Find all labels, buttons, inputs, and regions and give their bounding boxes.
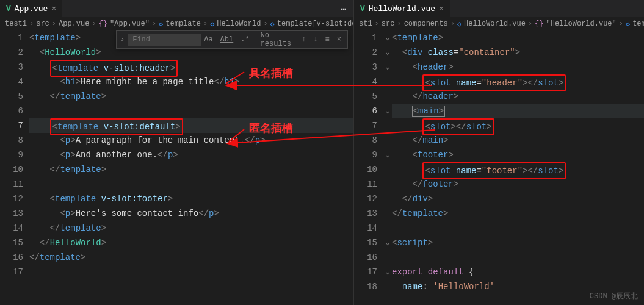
code-line[interactable]: <header> [392, 60, 644, 74]
find-input[interactable] [128, 34, 201, 46]
match-word-icon[interactable]: Abl [218, 34, 236, 45]
code-line[interactable]: <p>And another one.</p> [29, 148, 353, 162]
code-line[interactable]: <div class="container"> [392, 45, 644, 60]
fold-icon[interactable]: ⌄ [383, 45, 392, 60]
code-line[interactable] [392, 221, 644, 235]
fold-icon[interactable]: ⌄ [383, 104, 392, 118]
tab-label: HelloWorld.vue [369, 4, 435, 13]
code-line[interactable]: <template> [392, 30, 644, 45]
fold-icon[interactable] [383, 192, 392, 206]
fold-icon[interactable]: ⌄ [383, 30, 392, 45]
breadcrumb-item[interactable]: HelloWorld [217, 20, 261, 28]
fold-icon[interactable] [383, 279, 392, 294]
fold-icon[interactable]: ⌄ [383, 235, 392, 250]
find-result-text: No results [261, 31, 300, 48]
prev-match-icon[interactable]: ↑ [299, 34, 308, 45]
code-line[interactable]: <footer> [392, 148, 644, 162]
code-line[interactable]: <p>Here's some contact info</p> [29, 206, 353, 221]
tab-bar-left: V App.vue × ⋯ [0, 0, 353, 17]
fold-icon[interactable] [383, 162, 392, 177]
chevron-right-icon[interactable]: › [117, 35, 128, 44]
tab-app-vue[interactable]: V App.vue × [0, 0, 62, 17]
breadcrumb-item[interactable]: App.vue [59, 20, 89, 28]
code-line[interactable]: <slot name="footer"></slot> [392, 162, 644, 177]
code-line[interactable]: </template> [29, 250, 353, 265]
find-widget[interactable]: › Aa Abl .* No results ↑ ↓ ≡ × [116, 30, 348, 49]
match-case-icon[interactable]: Aa [201, 34, 215, 45]
code-line[interactable]: </main> [392, 133, 644, 148]
watermark: CSDN @辰辰北 [590, 291, 638, 301]
code-line[interactable]: <p>A paragraph for the main content.</p> [29, 133, 353, 148]
close-icon[interactable]: × [51, 4, 56, 13]
code-line[interactable]: <template v-slot:default> [29, 118, 353, 133]
breadcrumb-item[interactable]: HelloWorld.vue [464, 20, 526, 28]
tab-helloworld-vue[interactable]: V HelloWorld.vue × [354, 0, 450, 17]
code-lines[interactable]: <template> <div class="container"> <head… [392, 30, 644, 305]
fold-icon[interactable] [383, 133, 392, 148]
regex-icon[interactable]: .* [238, 34, 251, 45]
code-line[interactable]: <h1>Here might be a page title</h1> [29, 74, 353, 89]
line-gutter: 123456789101112131415161718 [354, 30, 383, 305]
code-line[interactable]: </template> [29, 89, 353, 104]
code-line[interactable]: </header> [392, 89, 644, 104]
fold-icon[interactable] [383, 118, 392, 133]
breadcrumb-item[interactable]: components [404, 20, 448, 28]
fold-icon[interactable] [383, 250, 392, 265]
fold-icon[interactable] [383, 89, 392, 104]
line-gutter: 1234567891011121314151617 [0, 30, 29, 305]
fold-column[interactable]: ⌄⌄⌄⌄⌄⌄⌄ [383, 30, 392, 305]
breadcrumb-item[interactable]: src [382, 20, 395, 28]
vue-icon: V [360, 4, 365, 13]
tab-bar-right: V HelloWorld.vue × [354, 0, 644, 17]
code-line[interactable]: export default { [392, 265, 644, 279]
code-line[interactable] [29, 177, 353, 192]
code-area-left[interactable]: 1234567891011121314151617 <template> <He… [0, 30, 353, 305]
editor-pane-right: V HelloWorld.vue × st1›src›components›◇ … [354, 0, 644, 305]
tab-label: App.vue [15, 4, 48, 13]
code-line[interactable] [392, 250, 644, 265]
fold-icon[interactable] [383, 177, 392, 192]
breadcrumb-item[interactable]: template [632, 20, 644, 28]
breadcrumb-left[interactable]: test1›src›App.vue›{} "App.vue"›◇ templat… [0, 17, 353, 30]
code-line[interactable] [29, 104, 353, 118]
fold-icon[interactable]: ⌄ [383, 60, 392, 74]
code-line[interactable]: <script> [392, 235, 644, 250]
fold-icon[interactable]: ⌄ [383, 148, 392, 162]
close-icon[interactable]: × [335, 34, 344, 45]
breadcrumb-item[interactable]: src [36, 20, 49, 28]
fold-icon[interactable] [383, 206, 392, 221]
code-line[interactable]: </template> [29, 162, 353, 177]
annotation-anonymous-slot: 匿名插槽 [249, 121, 293, 135]
code-line[interactable]: <slot></slot> [392, 118, 644, 133]
code-line[interactable]: <template v-slot:footer> [29, 192, 353, 206]
code-line[interactable] [29, 265, 353, 279]
code-line[interactable]: </template> [29, 221, 353, 235]
breadcrumb-right[interactable]: st1›src›components›◇ HelloWorld.vue›{} "… [354, 17, 644, 30]
more-actions-icon[interactable]: ⋯ [341, 4, 347, 14]
code-line[interactable]: <main> [392, 104, 644, 118]
fold-icon[interactable] [383, 221, 392, 235]
fold-icon[interactable]: ⌄ [383, 265, 392, 279]
code-area-right[interactable]: 123456789101112131415161718 ⌄⌄⌄⌄⌄⌄⌄ <tem… [354, 30, 644, 305]
code-line[interactable]: </div> [392, 192, 644, 206]
breadcrumb-item[interactable]: template [165, 20, 201, 28]
code-line[interactable]: </footer> [392, 177, 644, 192]
breadcrumb-item[interactable]: test1 [5, 20, 27, 28]
code-line[interactable]: </template> [392, 206, 644, 221]
code-line[interactable]: </HelloWorld> [29, 235, 353, 250]
code-line[interactable]: <slot name="header"></slot> [392, 74, 644, 89]
code-lines[interactable]: <template> <HelloWorld> <template v-slot… [29, 30, 353, 305]
next-match-icon[interactable]: ↓ [311, 34, 320, 45]
breadcrumb-item[interactable]: template[v-slot:default] [277, 20, 353, 28]
vue-icon: V [6, 4, 11, 13]
breadcrumb-item[interactable]: "HelloWorld.vue" [546, 20, 617, 28]
breadcrumb-item[interactable]: st1 [359, 20, 372, 28]
close-icon[interactable]: × [439, 4, 444, 13]
breadcrumb-item[interactable]: "App.vue" [110, 20, 150, 28]
fold-icon[interactable] [383, 74, 392, 89]
annotation-named-slot: 具名插槽 [249, 66, 293, 81]
code-line[interactable]: <template v-slot:header> [29, 60, 353, 74]
find-in-selection-icon[interactable]: ≡ [323, 34, 332, 45]
